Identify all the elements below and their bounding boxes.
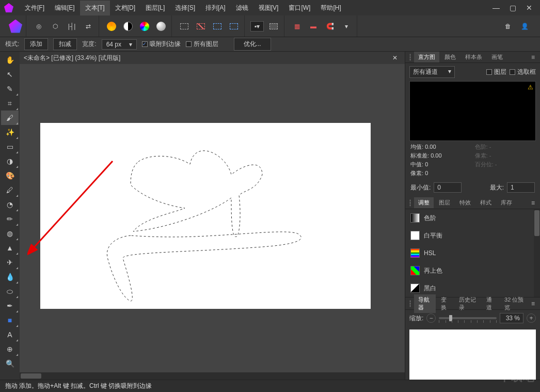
menu-8[interactable]: 视图[V]: [253, 1, 284, 15]
persona-develop-icon[interactable]: ⬡: [48, 19, 62, 34]
mesh-tool[interactable]: ⊕: [1, 342, 19, 356]
selection-expand-icon[interactable]: [227, 19, 241, 34]
adjustment-hsl[interactable]: HSL: [405, 244, 540, 262]
marquee-tool[interactable]: ▭: [1, 139, 19, 154]
clone-tool[interactable]: ⬭: [1, 284, 19, 299]
healing-brush-tool[interactable]: ✈: [1, 255, 19, 270]
pen-tool[interactable]: ✒: [1, 299, 19, 313]
persona-export-icon[interactable]: ⇄: [81, 19, 96, 34]
histogram-tab-0[interactable]: 直方图: [414, 52, 439, 62]
fill-tool[interactable]: ◍: [1, 226, 19, 241]
adjustment-black-white[interactable]: 黑白: [405, 279, 540, 297]
pixel-tool[interactable]: ◔: [1, 197, 19, 212]
menu-5[interactable]: 选择[S]: [170, 1, 200, 15]
optimize-button[interactable]: 优化...: [234, 38, 271, 51]
menu-4[interactable]: 图层[L]: [140, 1, 170, 15]
maximize-button[interactable]: ▢: [509, 4, 516, 12]
selection-cross-icon[interactable]: [194, 19, 208, 34]
paint-mixer-tool[interactable]: 🎨: [1, 168, 19, 183]
window-controls: — ▢ ✕: [493, 4, 536, 12]
snap-edges-checkbox[interactable]: 吸附到边缘: [142, 40, 181, 49]
flood-select-tool[interactable]: ◑: [1, 154, 19, 168]
persona-liquify-icon[interactable]: ◎: [31, 19, 46, 34]
adjustment-white-balance[interactable]: 白平衡: [405, 227, 540, 244]
snap-opts-icon[interactable]: ▾: [339, 19, 354, 34]
adjustment-levels[interactable]: 色阶: [405, 209, 540, 227]
selection-checkbox[interactable]: 选取框: [510, 68, 536, 76]
histogram-display: ⚠: [409, 81, 536, 141]
horizontal-scrollbar[interactable]: [20, 372, 405, 380]
menu-9[interactable]: 窗口[W]: [283, 1, 315, 15]
layer-checkbox[interactable]: 图层: [486, 68, 506, 76]
adjustments-panel-tabs: ┇调整图层特效样式库存≡: [405, 197, 540, 209]
document-tab[interactable]: <未命名> [已修改] (33.4%) [试用版] ✕: [20, 52, 405, 64]
zoom-in-button[interactable]: +: [527, 313, 536, 323]
histogram-tab-1[interactable]: 颜色: [440, 52, 460, 62]
persona-photo-icon[interactable]: [8, 19, 23, 34]
mode-subtract-button[interactable]: 扣减: [53, 38, 77, 50]
swatch-rainbow-icon[interactable]: [137, 19, 152, 34]
guides-icon[interactable]: ▬: [306, 19, 321, 34]
magic-wand-tool[interactable]: ✨: [1, 125, 19, 139]
histogram-panel-menu-button[interactable]: ≡: [529, 54, 537, 61]
grid-icon[interactable]: ▦: [290, 19, 304, 34]
histogram-tab-2[interactable]: 样本条: [461, 52, 486, 62]
color-picker-tool[interactable]: ✎: [1, 82, 19, 96]
max-input[interactable]: 1: [507, 182, 535, 193]
adjustments-tab-4[interactable]: 库存: [497, 197, 516, 208]
channel-select[interactable]: 所有通道▾: [409, 66, 455, 78]
menu-6[interactable]: 排列[A]: [200, 1, 231, 15]
persona-tone-icon[interactable]: |┤|: [65, 19, 79, 34]
adjustment-recolor[interactable]: 再上色: [405, 262, 540, 279]
swatch-bw-icon[interactable]: [121, 19, 135, 34]
selection-rect-icon[interactable]: [177, 19, 192, 34]
adjustments-tab-2[interactable]: 特效: [455, 197, 475, 208]
adjustments-panel-menu-button[interactable]: ≡: [529, 199, 537, 207]
close-tab-button[interactable]: ✕: [389, 54, 401, 61]
menu-2[interactable]: 文本[T]: [80, 1, 110, 15]
mode-add-button[interactable]: 添加: [24, 38, 48, 50]
zoom-tool[interactable]: 🔍: [1, 356, 19, 371]
zoom-value-input[interactable]: 33 %: [500, 313, 523, 323]
menu-1[interactable]: 编辑[E]: [50, 1, 80, 15]
hand-tool[interactable]: ✋: [1, 53, 19, 67]
document-area: <未命名> [已修改] (33.4%) [试用版] ✕: [20, 52, 405, 380]
snap-icon[interactable]: 🧲: [323, 19, 337, 34]
canvas[interactable]: [40, 123, 371, 309]
selection-brush-tool[interactable]: 🖌: [1, 111, 19, 125]
pencil-tool[interactable]: ✏: [1, 212, 19, 226]
main-toolbar: ◎ ⬡ |┤| ⇄ ▪▾ ▦ ▬ 🧲 ▾ 🗑 👤: [0, 15, 540, 37]
gradient-tool[interactable]: ▲: [1, 241, 19, 255]
adjustments-scrollbar[interactable]: [534, 209, 540, 297]
blur-tool[interactable]: 💧: [1, 270, 19, 284]
shape-tool[interactable]: ■: [1, 313, 19, 327]
trash-icon[interactable]: 🗑: [501, 19, 515, 34]
navigator-panel-menu-button[interactable]: ≡: [529, 300, 537, 307]
menu-0[interactable]: 文件[F]: [20, 1, 50, 15]
text-tool[interactable]: A: [1, 327, 19, 342]
all-layers-checkbox[interactable]: 所有图层: [186, 40, 218, 49]
move-tool[interactable]: ↖: [1, 67, 19, 82]
brush-tool[interactable]: 🖊: [1, 183, 19, 197]
close-window-button[interactable]: ✕: [526, 4, 533, 12]
min-input[interactable]: 0: [434, 182, 462, 193]
adjustments-tab-3[interactable]: 样式: [476, 197, 496, 208]
menu-3[interactable]: 文档[D]: [110, 1, 140, 15]
canvas-viewport[interactable]: [20, 64, 405, 380]
swatch-grad-icon[interactable]: [154, 19, 168, 34]
width-select[interactable]: 64 px▾: [102, 39, 137, 50]
zoom-out-button[interactable]: −: [426, 313, 436, 323]
menu-10[interactable]: 帮助[H]: [315, 1, 346, 15]
adjustments-tab-1[interactable]: 图层: [435, 197, 454, 208]
quick-mask-icon[interactable]: ▪▾: [250, 19, 264, 34]
zoom-slider[interactable]: [439, 317, 497, 319]
selection-contract-icon[interactable]: [210, 19, 225, 34]
histogram-tab-3[interactable]: 画笔: [487, 52, 507, 62]
crop-tool[interactable]: ⌗: [1, 96, 19, 111]
assistant-icon[interactable]: 👤: [517, 19, 532, 34]
mask-toggle-icon[interactable]: [266, 19, 281, 34]
menu-7[interactable]: 滤镜: [231, 1, 253, 15]
adjustments-tab-0[interactable]: 调整: [414, 197, 434, 208]
swatch-orange-icon[interactable]: [104, 19, 119, 34]
minimize-button[interactable]: —: [493, 4, 500, 12]
